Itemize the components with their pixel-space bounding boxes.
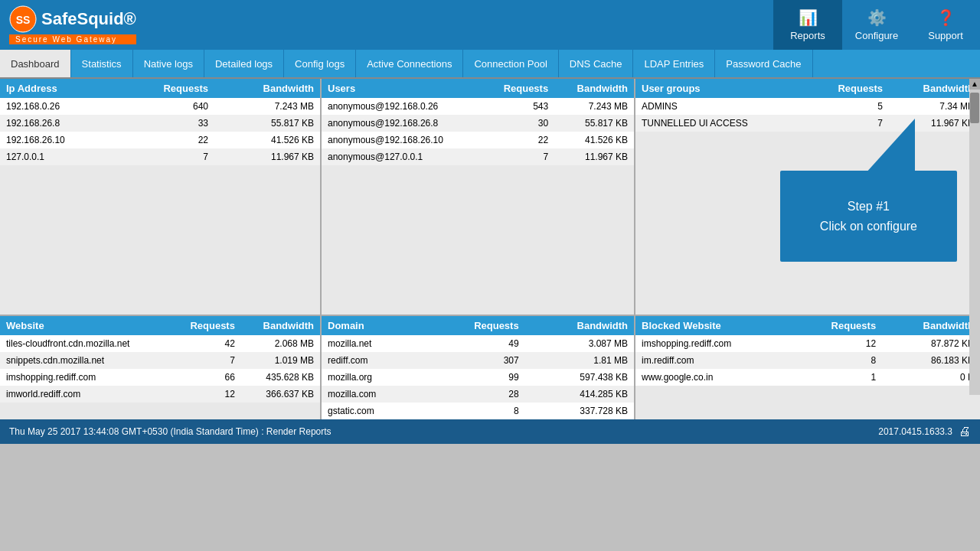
website-table-row: tiles-cloudfront.cdn.mozilla.net422.068 … bbox=[0, 335, 320, 352]
domain-table-row: rediff.com3071.81 MB bbox=[322, 352, 634, 369]
blocked-bandwidth: 87.872 KB bbox=[882, 335, 980, 352]
support-label: Support bbox=[928, 30, 963, 41]
usergroup-bandwidth: 7.34 MB bbox=[889, 98, 980, 115]
tab-config-logs[interactable]: Config logs bbox=[284, 50, 356, 77]
users-requests-header: Requests bbox=[482, 79, 554, 98]
logo-icon: SS bbox=[9, 5, 37, 33]
website-name: imshopping.rediff.com bbox=[0, 369, 170, 386]
user-requests: 30 bbox=[482, 115, 554, 132]
domain-requests-header: Requests bbox=[426, 316, 525, 335]
domain-bandwidth: 414.285 KB bbox=[525, 386, 634, 403]
usergroups-requests-header: Requests bbox=[806, 79, 889, 98]
website-requests: 66 bbox=[170, 369, 241, 386]
user-name: anonymous@192.168.26.10 bbox=[322, 132, 482, 148]
bottom-tables: Website Requests Bandwidth tiles-cloudfr… bbox=[0, 316, 980, 419]
domain-bandwidth: 337.728 KB bbox=[525, 403, 634, 419]
users-table-row: anonymous@192.168.0.265437.243 MB bbox=[322, 98, 634, 115]
usergroup-name: TUNNELLED UI ACCESS bbox=[635, 115, 806, 132]
logo-name: SafeSquid® bbox=[41, 9, 136, 29]
domain-bandwidth: 1.81 MB bbox=[525, 352, 634, 369]
website-name: imworld.rediff.com bbox=[0, 386, 170, 403]
website-name: tiles-cloudfront.cdn.mozilla.net bbox=[0, 335, 170, 352]
user-requests: 7 bbox=[482, 148, 554, 165]
domain-name: gstatic.com bbox=[322, 403, 426, 419]
logo-subtitle: Secure Web Gateway bbox=[9, 34, 136, 44]
tab-dns-cache[interactable]: DNS Cache bbox=[559, 50, 634, 77]
tab-password-cache[interactable]: Password Cache bbox=[715, 50, 812, 77]
user-requests: 22 bbox=[482, 132, 554, 148]
ip-bandwidth: 55.817 KB bbox=[214, 115, 320, 132]
statusbar: Thu May 25 2017 13:44:08 GMT+0530 (India… bbox=[0, 419, 980, 444]
ip-table: Ip Address Requests Bandwidth 192.168.0.… bbox=[0, 79, 320, 165]
blocked-bandwidth: 86.183 KB bbox=[882, 352, 980, 369]
users-table-section: Users Requests Bandwidth anonymous@192.1… bbox=[322, 79, 635, 315]
domain-table-row: gstatic.com8337.728 KB bbox=[322, 403, 634, 419]
ip-requests: 33 bbox=[119, 115, 214, 132]
callout-triangle bbox=[865, 119, 915, 174]
callout-box: Step #1 Click on configure bbox=[799, 183, 939, 249]
domain-col-header: Domain bbox=[322, 316, 426, 335]
domain-name: mozilla.org bbox=[322, 369, 426, 386]
tab-statistics[interactable]: Statistics bbox=[71, 50, 133, 77]
domain-table: Domain Requests Bandwidth mozilla.net493… bbox=[322, 316, 634, 419]
scrollbar[interactable]: ▲ bbox=[969, 79, 980, 395]
domain-requests: 28 bbox=[426, 386, 525, 403]
domain-bandwidth: 597.438 KB bbox=[525, 369, 634, 386]
ip-table-row: 192.168.26.102241.526 KB bbox=[0, 132, 320, 148]
website-bandwidth: 2.068 MB bbox=[241, 335, 320, 352]
header: SS SafeSquid® Secure Web Gateway 📊 Repor… bbox=[0, 0, 980, 50]
callout-text: Click on configure bbox=[820, 217, 917, 236]
user-bandwidth: 55.817 KB bbox=[554, 115, 634, 132]
configure-icon: ⚙️ bbox=[867, 8, 887, 27]
blocked-table-row: im.rediff.com886.183 KB bbox=[635, 352, 980, 369]
ip-table-row: 192.168.0.266407.243 MB bbox=[0, 98, 320, 115]
tab-detailed-logs[interactable]: Detailed logs bbox=[204, 50, 284, 77]
blocked-requests: 8 bbox=[794, 352, 883, 369]
website-table: Website Requests Bandwidth tiles-cloudfr… bbox=[0, 316, 320, 403]
support-button[interactable]: ❓ Support bbox=[911, 0, 980, 50]
website-table-row: snippets.cdn.mozilla.net71.019 MB bbox=[0, 352, 320, 369]
tab-native-logs[interactable]: Native logs bbox=[133, 50, 204, 77]
tab-dashboard[interactable]: Dashboard bbox=[0, 50, 71, 77]
website-bandwidth-header: Bandwidth bbox=[241, 316, 320, 335]
users-col-header: Users bbox=[322, 79, 482, 98]
statusbar-print-icon[interactable]: 🖨 bbox=[959, 425, 971, 439]
user-bandwidth: 7.243 MB bbox=[554, 98, 634, 115]
configure-button[interactable]: ⚙️ Configure bbox=[842, 0, 911, 50]
website-col-header: Website bbox=[0, 316, 170, 335]
tab-connection-pool[interactable]: Connection Pool bbox=[463, 50, 558, 77]
blocked-table-section: Blocked Website Requests Bandwidth imsho… bbox=[635, 316, 980, 419]
ip-bandwidth-header: Bandwidth bbox=[214, 79, 320, 98]
ip-address: 192.168.26.10 bbox=[0, 132, 119, 148]
domain-bandwidth-header: Bandwidth bbox=[525, 316, 634, 335]
users-bandwidth-header: Bandwidth bbox=[554, 79, 634, 98]
website-name: snippets.cdn.mozilla.net bbox=[0, 352, 170, 369]
website-bandwidth: 1.019 MB bbox=[241, 352, 320, 369]
scroll-up-arrow[interactable]: ▲ bbox=[969, 79, 980, 90]
blocked-table: Blocked Website Requests Bandwidth imsho… bbox=[635, 316, 980, 386]
website-requests: 42 bbox=[170, 335, 241, 352]
domain-requests: 99 bbox=[426, 369, 525, 386]
ip-address: 192.168.26.8 bbox=[0, 115, 119, 132]
blocked-requests: 12 bbox=[794, 335, 883, 352]
ip-requests: 640 bbox=[119, 98, 214, 115]
domain-table-section: Domain Requests Bandwidth mozilla.net493… bbox=[322, 316, 635, 419]
ip-col-header: Ip Address bbox=[0, 79, 119, 98]
usergroup-table-row: ADMINS57.34 MB bbox=[635, 98, 980, 115]
tab-ldap-entries[interactable]: LDAP Entries bbox=[633, 50, 715, 77]
ip-table-row: 192.168.26.83355.817 KB bbox=[0, 115, 320, 132]
scroll-thumb[interactable] bbox=[970, 93, 979, 123]
ip-bandwidth: 7.243 MB bbox=[214, 98, 320, 115]
website-table-row: imshopping.rediff.com66435.628 KB bbox=[0, 369, 320, 386]
blocked-website-name: www.google.co.in bbox=[635, 369, 794, 386]
domain-table-row: mozilla.net493.087 MB bbox=[322, 335, 634, 352]
tab-active-connections[interactable]: Active Connections bbox=[356, 50, 463, 77]
usergroup-name: ADMINS bbox=[635, 98, 806, 115]
blocked-requests-header: Requests bbox=[794, 316, 883, 335]
blocked-website-name: im.rediff.com bbox=[635, 352, 794, 369]
reports-button[interactable]: 📊 Reports bbox=[773, 0, 842, 50]
domain-requests: 307 bbox=[426, 352, 525, 369]
users-table-row: anonymous@192.168.26.83055.817 KB bbox=[322, 115, 634, 132]
usergroup-table-row: TUNNELLED UI ACCESS711.967 KB bbox=[635, 115, 980, 132]
statusbar-version: 2017.0415.1633.3 bbox=[878, 426, 952, 437]
